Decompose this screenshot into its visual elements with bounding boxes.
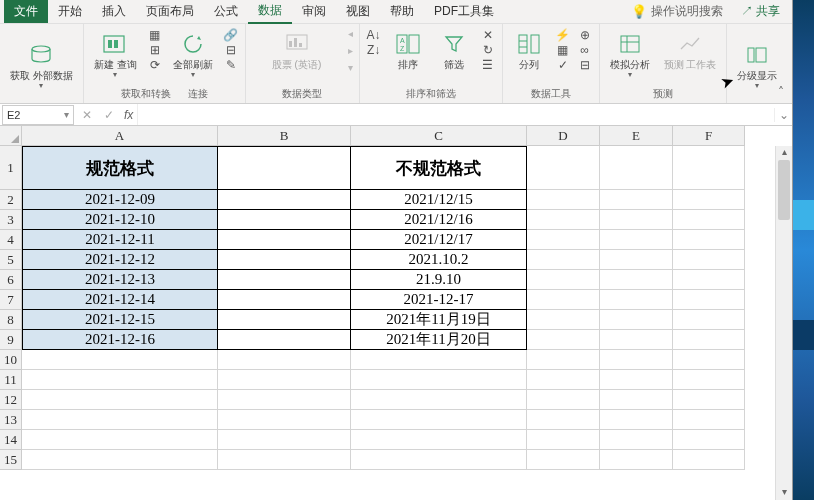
chevron-down-icon[interactable]: ▾ <box>64 109 69 120</box>
cell-A9[interactable]: 2021-12-16 <box>22 330 218 350</box>
cell-A7[interactable]: 2021-12-14 <box>22 290 218 310</box>
cell-A13[interactable] <box>22 410 218 430</box>
fx-icon[interactable]: fx <box>120 108 137 122</box>
cell-D4[interactable] <box>527 230 600 250</box>
cell-A12[interactable] <box>22 390 218 410</box>
get-external-data-button[interactable]: 获取 外部数据 ▾ <box>6 39 77 92</box>
scroll-right-icon[interactable]: ▸ <box>348 45 353 56</box>
cell-F4[interactable] <box>673 230 745 250</box>
cell-A3[interactable]: 2021-12-10 <box>22 210 218 230</box>
cell-F2[interactable] <box>673 190 745 210</box>
cell-E1[interactable] <box>600 146 673 190</box>
cell-E5[interactable] <box>600 250 673 270</box>
recent-sources-icon[interactable]: ⟳ <box>147 58 163 72</box>
row-header[interactable]: 11 <box>0 370 22 390</box>
cell-E2[interactable] <box>600 190 673 210</box>
cell-F7[interactable] <box>673 290 745 310</box>
cell-B6[interactable] <box>218 270 351 290</box>
expand-formula-bar-icon[interactable]: ⌄ <box>774 108 792 122</box>
cell-A14[interactable] <box>22 430 218 450</box>
forecast-sheet-button[interactable]: 预测 工作表 <box>660 28 721 72</box>
expand-gallery-icon[interactable]: ▾ <box>348 62 353 73</box>
cell-D8[interactable] <box>527 310 600 330</box>
from-table-icon[interactable]: ⊞ <box>147 43 163 57</box>
cell-B12[interactable] <box>218 390 351 410</box>
row-header[interactable]: 13 <box>0 410 22 430</box>
cell-D3[interactable] <box>527 210 600 230</box>
cell-B9[interactable] <box>218 330 351 350</box>
sort-desc-icon[interactable]: Z↓ <box>366 43 382 57</box>
scrollbar-thumb[interactable] <box>778 160 790 220</box>
row-header[interactable]: 9 <box>0 330 22 350</box>
row-header[interactable]: 15 <box>0 450 22 470</box>
cell-D11[interactable] <box>527 370 600 390</box>
tab-file[interactable]: 文件 <box>4 0 48 23</box>
cell-C2[interactable]: 2021/12/15 <box>351 190 527 210</box>
cell-F15[interactable] <box>673 450 745 470</box>
clear-filter-icon[interactable]: ✕ <box>480 28 496 42</box>
column-header-F[interactable]: F <box>673 126 745 146</box>
cancel-formula-icon[interactable]: ✕ <box>76 108 98 122</box>
remove-duplicates-icon[interactable]: ▦ <box>555 43 571 57</box>
row-header[interactable]: 3 <box>0 210 22 230</box>
enter-formula-icon[interactable]: ✓ <box>98 108 120 122</box>
cell-D15[interactable] <box>527 450 600 470</box>
cell-B10[interactable] <box>218 350 351 370</box>
cell-E10[interactable] <box>600 350 673 370</box>
tab-page-layout[interactable]: 页面布局 <box>136 0 204 23</box>
scroll-left-icon[interactable]: ◂ <box>348 28 353 39</box>
cell-D12[interactable] <box>527 390 600 410</box>
cell-D2[interactable] <box>527 190 600 210</box>
cell-A11[interactable] <box>22 370 218 390</box>
cell-B14[interactable] <box>218 430 351 450</box>
cell-C4[interactable]: 2021/12/17 <box>351 230 527 250</box>
cell-D10[interactable] <box>527 350 600 370</box>
row-header[interactable]: 5 <box>0 250 22 270</box>
cell-D5[interactable] <box>527 250 600 270</box>
scroll-down-icon[interactable]: ▾ <box>776 486 792 500</box>
cell-D13[interactable] <box>527 410 600 430</box>
text-to-columns-button[interactable]: 分列 <box>509 28 549 72</box>
filter-button[interactable]: 筛选 <box>434 28 474 72</box>
cell-C8[interactable]: 2021年11月19日 <box>351 310 527 330</box>
tab-data[interactable]: 数据 <box>248 0 292 24</box>
column-header-D[interactable]: D <box>527 126 600 146</box>
row-header[interactable]: 2 <box>0 190 22 210</box>
cell-E14[interactable] <box>600 430 673 450</box>
scroll-up-icon[interactable]: ▴ <box>776 146 792 160</box>
cell-F14[interactable] <box>673 430 745 450</box>
cell-E3[interactable] <box>600 210 673 230</box>
stocks-data-type-button[interactable]: 股票 (英语) <box>252 28 342 72</box>
cell-E12[interactable] <box>600 390 673 410</box>
cell-D9[interactable] <box>527 330 600 350</box>
advanced-filter-icon[interactable]: ☰ <box>480 58 496 72</box>
cell-B15[interactable] <box>218 450 351 470</box>
cell-C3[interactable]: 2021/12/16 <box>351 210 527 230</box>
cell-D7[interactable] <box>527 290 600 310</box>
cell-E13[interactable] <box>600 410 673 430</box>
row-header[interactable]: 4 <box>0 230 22 250</box>
cell-C9[interactable]: 2021年11月20日 <box>351 330 527 350</box>
cell-E8[interactable] <box>600 310 673 330</box>
row-header[interactable]: 7 <box>0 290 22 310</box>
cell-C11[interactable] <box>351 370 527 390</box>
row-header[interactable]: 1 <box>0 146 22 190</box>
cell-F6[interactable] <box>673 270 745 290</box>
cell-E6[interactable] <box>600 270 673 290</box>
cell-B3[interactable] <box>218 210 351 230</box>
tab-review[interactable]: 审阅 <box>292 0 336 23</box>
tab-view[interactable]: 视图 <box>336 0 380 23</box>
cell-F9[interactable] <box>673 330 745 350</box>
consolidate-icon[interactable]: ⊕ <box>577 28 593 42</box>
properties-icon[interactable]: ⊟ <box>223 43 239 57</box>
vertical-scrollbar[interactable]: ▴ ▾ <box>775 146 792 500</box>
outline-button[interactable]: 分级显示 ▾ <box>733 39 781 92</box>
cell-B11[interactable] <box>218 370 351 390</box>
cell-F10[interactable] <box>673 350 745 370</box>
cell-A8[interactable]: 2021-12-15 <box>22 310 218 330</box>
manage-data-model-icon[interactable]: ⊟ <box>577 58 593 72</box>
row-header[interactable]: 12 <box>0 390 22 410</box>
cell-F5[interactable] <box>673 250 745 270</box>
column-header-B[interactable]: B <box>218 126 351 146</box>
column-header-C[interactable]: C <box>351 126 527 146</box>
